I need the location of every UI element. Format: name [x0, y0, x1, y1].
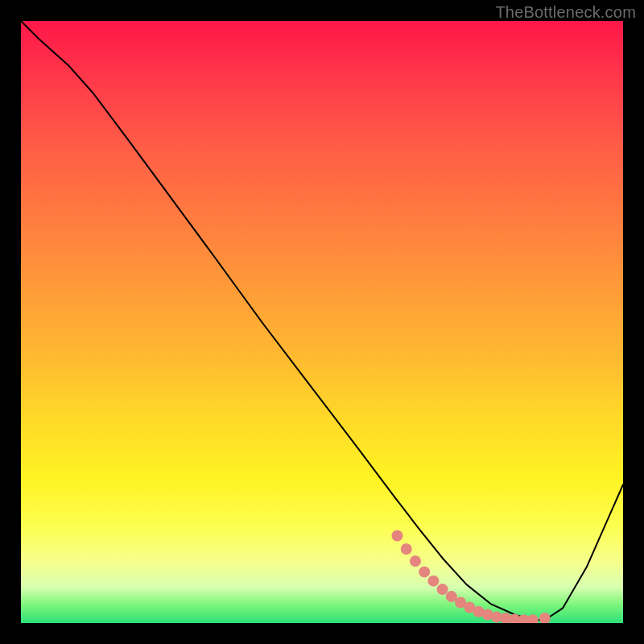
chart-plot-area — [21, 21, 623, 623]
chart-frame: TheBottleneck.com — [0, 0, 644, 644]
highlight-dot — [539, 613, 551, 623]
watermark-label: TheBottleneck.com — [495, 3, 636, 22]
highlight-dot — [437, 584, 448, 595]
curve-line — [21, 21, 623, 620]
chart-svg — [21, 21, 623, 623]
highlight-dot — [427, 576, 439, 587]
highlight-dot — [401, 543, 412, 555]
highlight-dot — [392, 530, 403, 542]
highlight-scatter — [392, 530, 551, 623]
highlight-dot — [527, 614, 539, 623]
highlight-dot — [410, 555, 421, 567]
highlight-dot — [419, 566, 430, 577]
